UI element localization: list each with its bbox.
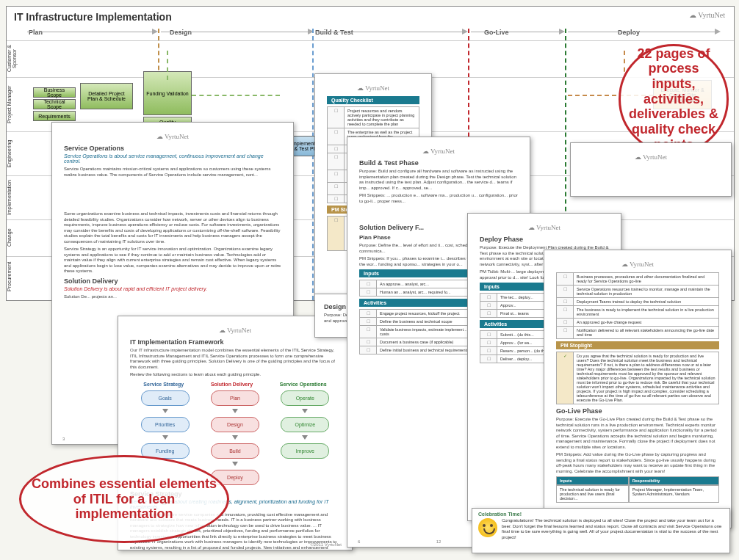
- box-detailed-plan: Detailed Project Plan & Schedule: [80, 83, 133, 109]
- phase-build: Build & Test: [315, 29, 353, 39]
- page-logo: VyrtuNet: [327, 84, 419, 92]
- callout-itil: Combines essential elements of ITIL for …: [19, 455, 229, 543]
- phase-plan: Plan: [29, 29, 43, 39]
- page-logo: VyrtuNet: [480, 224, 609, 231]
- bt-purpose: Purpose: Build and configure all hardwar…: [359, 169, 518, 191]
- pill-priorities: Priorities: [141, 417, 190, 432]
- smile-icon: [478, 518, 497, 537]
- col-ss: Service Strategy: [143, 382, 184, 387]
- pill-plan: Plan: [211, 390, 259, 406]
- golive-pm: PM Snippets: Add value during the Go-Liv…: [556, 452, 719, 474]
- svc-ops-p3: Service Strategy is an opportunity for I…: [64, 247, 281, 274]
- lane-change: Change: [7, 219, 24, 256]
- page-brand-card: VyrtuNet: [570, 142, 732, 197]
- page-logo: VyrtuNet: [359, 148, 518, 155]
- page-logo: VyrtuNet: [556, 261, 719, 268]
- col-so: Service Operations: [280, 382, 327, 387]
- pill-goals: Goals: [141, 390, 190, 406]
- framework-p1: Our IT infrastructure implementation mod…: [130, 348, 340, 370]
- sol-del-sub: Solution Delivery is about rapid and eff…: [64, 286, 281, 291]
- pill-optimize: Optimize: [281, 417, 329, 432]
- pill-operate: Operate: [281, 390, 329, 406]
- brand-logo: VyrtuNet: [689, 11, 725, 19]
- pill-build: Build: [211, 443, 259, 459]
- pill-improve: Improve: [281, 443, 329, 459]
- svc-ops-p2: Some organizations examine business and …: [64, 211, 281, 244]
- bt-pm: PM Snippets: ... production e... softwar…: [359, 193, 518, 204]
- sol-del-heading: Solution Delivery: [64, 277, 281, 285]
- lane-impl: Implementation: [7, 175, 24, 219]
- pm-stop2-h: PM Stoplight: [556, 341, 719, 349]
- svc-ops-sub: Service Operations is about service mana…: [64, 153, 281, 164]
- svc-ops-heading: Service Operations: [64, 145, 281, 152]
- lane-pm: Project Manager: [7, 77, 24, 131]
- lane-eng: Engineering: [7, 131, 24, 175]
- box-technical-scope: Technical Scope: [33, 99, 76, 109]
- page-logo: VyrtuNet: [130, 327, 340, 334]
- celebrate-h: Celebration Time!: [478, 512, 724, 517]
- phase-golive: Go-Live: [484, 29, 509, 39]
- col-sd: Solution Delivery: [211, 382, 253, 387]
- page-ops-ready: VyrtuNet Business processes, procedures …: [544, 250, 732, 528]
- box-business-scope: Business Scope: [33, 87, 76, 98]
- golive-purpose: Purpose: Execute the Go-Live Plan create…: [556, 417, 719, 450]
- page-celebration: Celebration Time! Congratulations! The t…: [472, 508, 730, 553]
- sol-del-p: Solution De... projects an...: [64, 294, 281, 300]
- svc-ops-p1: Service Operations maintains mission-cri…: [64, 167, 281, 178]
- diagram-title: IT Infrastructure Implementation: [14, 11, 172, 23]
- quality-h: Quality Checklist: [327, 96, 419, 104]
- bt-h: Build & Test Phase: [359, 159, 518, 167]
- callout-pages: 22 pages of process inputs, activities, …: [619, 44, 729, 154]
- page-logo: VyrtuNet: [64, 133, 281, 140]
- page-logo: VyrtuNet: [583, 153, 719, 161]
- framework-p2: Review the following sections to learn a…: [130, 372, 340, 378]
- pill-design: Design: [211, 417, 259, 432]
- deploy-h: Deploy Phase: [480, 236, 609, 243]
- phase-design: Design: [170, 29, 192, 39]
- celebrate-p: Congratulations! The technical solution …: [502, 518, 724, 540]
- golive-h: Go-Live Phase: [556, 407, 719, 415]
- lane-sponsor: Customer & Sponsor: [7, 40, 24, 77]
- lane-proc: Procurement: [7, 256, 24, 297]
- box-requirements: Requirements: [33, 111, 76, 121]
- phase-deploy: Deploy: [618, 29, 640, 39]
- framework-h: IT Implementation Framework: [130, 338, 340, 346]
